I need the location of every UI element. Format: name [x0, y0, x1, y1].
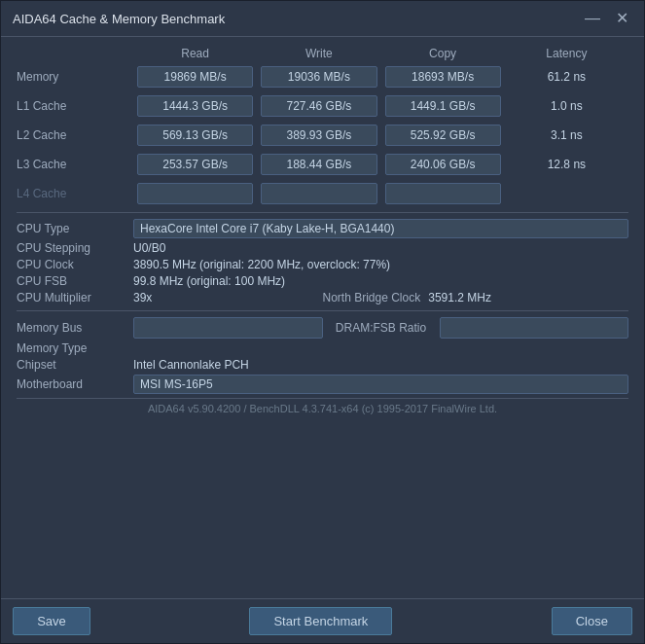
bench-label: Memory — [17, 70, 133, 84]
cpu-type-row: CPU Type HexaCore Intel Core i7 (Kaby La… — [17, 219, 628, 238]
header-copy: Copy — [381, 47, 505, 60]
cpu-fsb-label: CPU FSB — [17, 274, 133, 288]
bench-latency: 61.2 ns — [509, 67, 625, 87]
benchmark-rows: Memory 19869 MB/s 19036 MB/s 18693 MB/s … — [17, 66, 628, 204]
footer-info: AIDA64 v5.90.4200 / BenchDLL 4.3.741-x64… — [17, 398, 628, 418]
bench-copy: 18693 MB/s — [385, 66, 501, 88]
bench-copy — [385, 183, 501, 204]
dram-fsb-label: DRAM:FSB Ratio — [323, 321, 440, 335]
bench-read — [137, 183, 253, 204]
bench-label: L4 Cache — [17, 187, 133, 200]
bench-write: 188.44 GB/s — [261, 154, 376, 175]
bench-row: L2 Cache 569.13 GB/s 389.93 GB/s 525.92 … — [17, 125, 628, 146]
bench-read: 19869 MB/s — [137, 66, 253, 88]
bench-write: 389.93 GB/s — [261, 125, 376, 146]
divider-2 — [17, 310, 628, 311]
cpu-clock-value: 3890.5 MHz (original: 2200 MHz, overcloc… — [133, 258, 628, 271]
memory-type-label: Memory Type — [17, 341, 133, 355]
bench-label: L2 Cache — [17, 128, 133, 142]
memory-bus-label: Memory Bus — [17, 321, 133, 335]
minimize-button[interactable]: — — [581, 9, 604, 28]
bench-read: 1444.3 GB/s — [137, 95, 253, 117]
header-read: Read — [133, 47, 257, 60]
cpu-clock-label: CPU Clock — [17, 258, 133, 271]
bench-read: 253.57 GB/s — [137, 154, 253, 175]
dram-fsb-value — [440, 317, 629, 339]
north-bridge-value: 3591.2 MHz — [428, 291, 628, 304]
bench-row: L3 Cache 253.57 GB/s 188.44 GB/s 240.06 … — [17, 154, 628, 175]
bench-label: L1 Cache — [17, 99, 133, 113]
save-button[interactable]: Save — [13, 607, 90, 635]
cpu-fsb-row: CPU FSB 99.8 MHz (original: 100 MHz) — [17, 274, 628, 288]
memory-bus-value — [133, 317, 323, 339]
divider-1 — [17, 212, 628, 213]
bench-write: 727.46 GB/s — [261, 95, 376, 117]
header-write: Write — [257, 47, 380, 60]
bench-copy: 525.92 GB/s — [385, 125, 501, 146]
cpu-stepping-row: CPU Stepping U0/B0 — [17, 241, 628, 255]
motherboard-row: Motherboard MSI MS-16P5 — [17, 375, 628, 394]
close-button-bottom[interactable]: Close — [552, 607, 632, 635]
cpu-fsb-value: 99.8 MHz (original: 100 MHz) — [133, 274, 628, 288]
bench-latency: 1.0 ns — [509, 96, 625, 116]
motherboard-label: Motherboard — [17, 377, 133, 391]
bench-copy: 240.06 GB/s — [385, 154, 501, 175]
cpu-stepping-label: CPU Stepping — [17, 241, 133, 255]
cpu-clock-row: CPU Clock 3890.5 MHz (original: 2200 MHz… — [17, 258, 628, 271]
bench-row: L1 Cache 1444.3 GB/s 727.46 GB/s 1449.1 … — [17, 95, 628, 117]
chipset-row: Chipset Intel Cannonlake PCH — [17, 358, 628, 372]
header-label — [17, 47, 133, 60]
north-bridge-label: North Bridge Clock — [323, 291, 421, 304]
close-button[interactable]: ✕ — [612, 9, 632, 28]
bench-read: 569.13 GB/s — [137, 125, 253, 146]
cpu-stepping-value: U0/B0 — [133, 241, 628, 255]
start-benchmark-button[interactable]: Start Benchmark — [249, 607, 392, 635]
title-bar: AIDA64 Cache & Memory Benchmark — ✕ — [1, 1, 644, 37]
cpu-type-value: HexaCore Intel Core i7 (Kaby Lake-H, BGA… — [133, 219, 628, 238]
bench-write: 19036 MB/s — [261, 66, 376, 88]
cpu-multiplier-label: CPU Multiplier — [17, 291, 133, 304]
bench-label: L3 Cache — [17, 158, 133, 171]
bottom-bar: Save Start Benchmark Close — [1, 598, 644, 643]
main-window: AIDA64 Cache & Memory Benchmark — ✕ Read… — [0, 0, 645, 644]
motherboard-value: MSI MS-16P5 — [133, 375, 628, 394]
bench-latency — [509, 184, 625, 203]
bench-row: L4 Cache — [17, 183, 628, 204]
chipset-value: Intel Cannonlake PCH — [133, 358, 628, 372]
bench-header-row: Read Write Copy Latency — [17, 47, 628, 60]
chipset-label: Chipset — [17, 358, 133, 372]
memory-type-row: Memory Type — [17, 341, 628, 355]
cpu-multiplier-value: 39x — [133, 291, 323, 304]
bench-latency: 3.1 ns — [509, 125, 625, 145]
north-bridge-right: North Bridge Clock 3591.2 MHz — [323, 291, 629, 304]
cpu-type-label: CPU Type — [17, 222, 133, 235]
memory-bus-row: Memory Bus DRAM:FSB Ratio — [17, 317, 628, 339]
content-area: Read Write Copy Latency Memory 19869 MB/… — [1, 37, 644, 598]
bench-copy: 1449.1 GB/s — [385, 95, 501, 117]
info-section: CPU Type HexaCore Intel Core i7 (Kaby La… — [17, 219, 628, 394]
header-latency: Latency — [505, 47, 628, 60]
bench-row: Memory 19869 MB/s 19036 MB/s 18693 MB/s … — [17, 66, 628, 88]
multiplier-left: CPU Multiplier 39x — [17, 291, 323, 304]
bench-latency: 12.8 ns — [509, 155, 625, 174]
bench-write — [261, 183, 376, 204]
title-controls: — ✕ — [581, 9, 632, 28]
window-title: AIDA64 Cache & Memory Benchmark — [13, 12, 225, 26]
cpu-multiplier-row: CPU Multiplier 39x North Bridge Clock 35… — [17, 291, 628, 304]
